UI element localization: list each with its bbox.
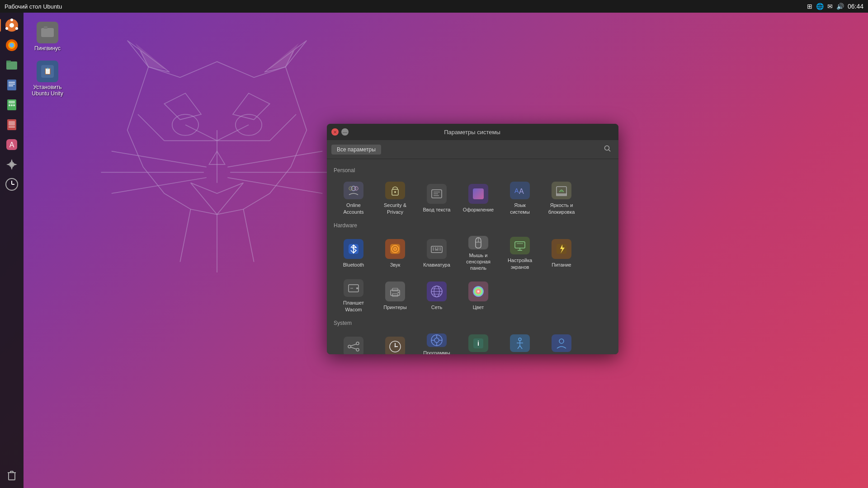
settings-item-displays-label: Настройкаэкранов [508, 257, 532, 270]
svg-rect-11 [9, 82, 15, 83]
settings-item-software[interactable]: Программыиобновления [417, 331, 457, 354]
svg-rect-13 [9, 85, 13, 86]
settings-item-language[interactable]: A A Языксистемы [500, 178, 540, 219]
svg-line-54 [243, 209, 254, 262]
settings-item-accounts[interactable]: Учётныезаписи [542, 331, 581, 354]
svg-rect-107 [392, 288, 398, 291]
svg-text:A: A [514, 187, 519, 194]
settings-item-text-input[interactable]: Ввод текста [417, 178, 457, 219]
volume-icon[interactable]: 🔊 [836, 3, 844, 10]
sidebar-item-impress[interactable] [3, 116, 21, 134]
sidebar-item-firefox[interactable] [3, 36, 21, 54]
svg-point-138 [559, 339, 564, 343]
svg-point-124 [395, 346, 396, 347]
svg-rect-16 [9, 104, 10, 106]
settings-item-printers[interactable]: Принтеры [375, 276, 415, 316]
svg-marker-62 [191, 183, 244, 215]
mail-icon[interactable]: ✉ [827, 3, 833, 10]
topbar: Рабочий стол Ubuntu ⊞ 🌐 ✉ 🔊 06:44 [0, 0, 868, 13]
window-close-button[interactable]: ✕ [331, 128, 339, 136]
personal-icon-grid: OnlineAccounts Security &Privacy [334, 178, 612, 219]
sidebar-item-appstore[interactable]: A [3, 136, 21, 154]
all-params-button[interactable]: Все параметры [331, 145, 381, 155]
settings-item-time[interactable]: Время и дата [375, 331, 415, 354]
svg-point-133 [519, 338, 521, 341]
sidebar-item-clock[interactable] [3, 175, 21, 193]
svg-line-120 [351, 347, 356, 349]
svg-rect-8 [6, 61, 17, 70]
svg-point-126 [434, 338, 439, 343]
svg-rect-78 [473, 188, 484, 199]
desktop-icon-ubuntu-unity[interactable]: 📋 УстановитьUbuntu Unity [29, 61, 66, 97]
desktop-icon-pingvinus-label: Пингвинус [34, 45, 61, 52]
settings-item-sound[interactable]: Звук [375, 233, 415, 274]
sidebar-item-files[interactable] [3, 56, 21, 74]
window-minimize-button[interactable]: — [341, 128, 349, 136]
settings-item-online-accounts[interactable]: OnlineAccounts [334, 178, 373, 219]
svg-point-104 [356, 287, 358, 289]
svg-rect-20 [9, 121, 15, 126]
sidebar-dock: A [0, 13, 24, 488]
settings-item-security-privacy[interactable]: Security &Privacy [375, 178, 415, 219]
svg-point-45 [236, 114, 262, 136]
section-personal-header: Personal [334, 167, 612, 174]
settings-item-power[interactable]: Питание [542, 233, 581, 274]
svg-rect-21 [9, 127, 15, 127]
settings-item-displays[interactable]: Настройкаэкранов [500, 233, 540, 274]
settings-item-mouse[interactable]: Мышь исенсорнаяпанель [458, 233, 498, 274]
svg-line-61 [270, 114, 296, 141]
window-toolbar: Все параметры [327, 140, 618, 159]
svg-point-26 [10, 163, 13, 166]
svg-point-71 [354, 187, 358, 190]
system-icon-grid: Sharing Время и дата [334, 331, 612, 354]
settings-item-network[interactable]: Сеть [417, 276, 457, 316]
svg-line-136 [518, 346, 520, 349]
svg-rect-17 [11, 104, 13, 106]
desktop-icon-pingvinus[interactable]: Пингвинус [29, 22, 66, 52]
svg-rect-9 [6, 61, 11, 62]
globe-icon[interactable]: 🌐 [816, 3, 824, 10]
svg-point-67 [605, 145, 609, 150]
svg-marker-40 [127, 41, 170, 72]
svg-line-53 [180, 209, 190, 262]
svg-rect-95 [439, 249, 441, 250]
svg-marker-65 [135, 43, 167, 70]
topbar-title: Рабочий стол Ubuntu [5, 3, 62, 10]
network-indicator-icon[interactable]: ⊞ [807, 3, 812, 10]
settings-item-language-label: Языксистемы [510, 202, 530, 215]
settings-item-bluetooth[interactable]: Bluetooth [334, 233, 373, 274]
svg-marker-58 [164, 93, 201, 119]
sidebar-item-calc[interactable] [3, 96, 21, 114]
settings-item-sharing[interactable]: Sharing [334, 331, 373, 354]
settings-item-power-label: Питание [552, 262, 571, 268]
svg-rect-12 [9, 84, 15, 84]
settings-item-brightness-label: Яркость иблокировка [548, 202, 575, 215]
sidebar-item-settings[interactable] [3, 155, 21, 174]
settings-item-about[interactable]: i Сведения осистеме [458, 331, 498, 354]
settings-item-keyboard[interactable]: Клавиатура [417, 233, 457, 274]
svg-line-56 [185, 125, 217, 141]
settings-item-appearance[interactable]: Оформление [458, 178, 498, 219]
svg-rect-35 [41, 28, 54, 37]
settings-item-printers-label: Принтеры [383, 304, 406, 310]
svg-text:📋: 📋 [44, 67, 52, 75]
svg-rect-92 [439, 248, 441, 249]
settings-item-network-label: Сеть [431, 304, 442, 310]
svg-line-64 [286, 51, 294, 67]
sidebar-item-writer[interactable] [3, 76, 21, 94]
settings-item-brightness[interactable]: Яркость иблокировка [542, 178, 581, 219]
search-button[interactable] [601, 143, 614, 156]
window-titlebar: ✕ — Параметры системы [327, 124, 618, 140]
sidebar-item-ubuntu[interactable] [3, 16, 21, 34]
settings-item-accessibility[interactable]: Специальныевозможности [500, 331, 540, 354]
clock-display: 06:44 [848, 3, 863, 10]
desktop-icon-ubuntu-unity-label: УстановитьUbuntu Unity [32, 84, 63, 97]
settings-item-wacom[interactable]: ПланшетWacom [334, 276, 373, 316]
svg-line-49 [112, 178, 207, 193]
svg-line-63 [141, 51, 149, 67]
svg-point-87 [394, 248, 396, 250]
sidebar-item-trash[interactable] [3, 466, 21, 484]
settings-item-mouse-label: Мышь исенсорнаяпанель [466, 252, 491, 272]
settings-item-color[interactable]: Цвет [458, 276, 498, 316]
svg-text:i: i [477, 340, 479, 347]
